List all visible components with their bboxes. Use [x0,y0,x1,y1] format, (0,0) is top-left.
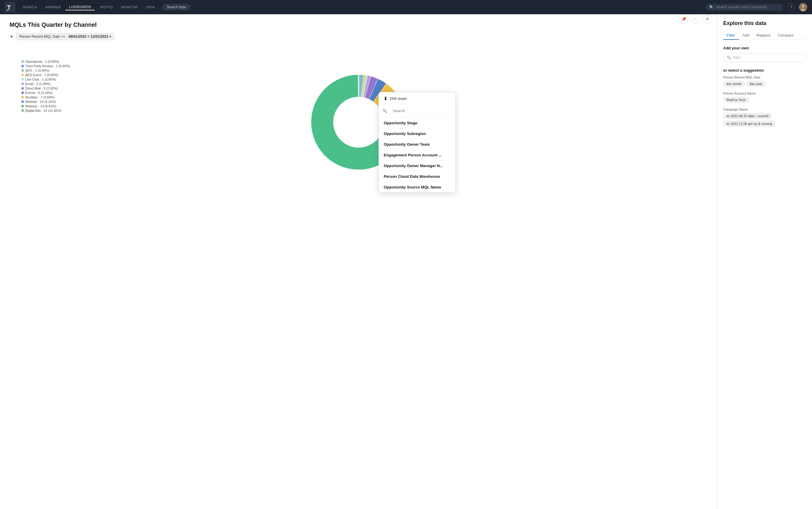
suggestion-chips: this monththis year [723,81,806,87]
panel-filter-wrap: 🔍 [723,53,806,62]
pin-button[interactable]: 📌 [679,14,689,24]
suggestion-chip[interactable]: ev 2021.11.06 get up & running [723,121,775,127]
panel-tab-replace[interactable]: Replace [753,31,774,40]
legend-item: SEO - 1 (0.60%) [22,69,70,72]
chart-title: MQLs This Quarter by Channel [9,22,97,28]
filter-value: 08/01/2022 < 11/01/2022 [69,34,108,39]
filter-pill[interactable]: Person Recent MQL Date >= 08/01/2022 < 1… [16,33,114,40]
filter-dropdown-icon: ▾ [109,34,111,39]
user-avatar[interactable] [799,3,807,11]
panel-filter-input[interactable] [723,53,806,62]
drill-down-header: ⬇ Drill down [379,92,455,104]
drill-item[interactable]: Engagement Person Account ... [379,150,455,161]
drill-item[interactable]: Opportunity Source MQL Name [379,182,455,192]
legend-item: Email - 2 (1.08%) [22,82,70,86]
nav-liveboards[interactable]: LIVEBOARDS [65,4,95,10]
drill-down-popup: ⬇ Drill down 🔍 Opportunity StageOpportun… [378,92,456,193]
panel-tab-add[interactable]: Add [739,31,753,40]
legend-item: Website - 10 (5.22%) [22,100,70,103]
filter-bar: ▼ Person Recent MQL Date >= 08/01/2022 <… [9,33,707,40]
suggestions-container: Person Recent MQL Datethis monththis yea… [723,75,806,127]
legend-item: AED Event - 1 (0.60%) [22,73,70,77]
legend-item: Direct Mail - 5 (2.62%) [22,87,70,90]
panel-tabs: FilterAddReplaceCompare [723,31,806,40]
drill-item[interactable]: Opportunity Owner Manager N... [379,161,455,171]
nav-search[interactable]: SEARCH [19,4,41,10]
legend-dot [22,101,24,103]
suggestion-section-title: or select a suggestion [723,68,806,72]
close-button[interactable]: ✕ [703,14,712,24]
search-data-button[interactable]: Search data [162,4,191,11]
navigation: T SEARCH ANSWER LIVEBOARDS SPOTIQ MONITO… [0,0,812,14]
chart-header: MQLs This Quarter by Channel 📌 ··· ✕ [9,22,707,31]
chart-container: Operational - 1 (0.60%)Third Party Revie… [9,45,707,200]
legend-dot [22,69,24,72]
drill-search-area: 🔍 [379,104,455,118]
legend-dot [22,96,24,98]
legend-dot [22,74,24,76]
legend: Operational - 1 (0.60%)Third Party Revie… [22,60,70,112]
legend-item: Webinar - 13 (6.81%) [22,104,70,108]
suggestion-label: Person Recent MQL Date [723,75,806,79]
chart-actions: 📌 ··· ✕ [679,14,712,24]
drill-item[interactable]: Opportunity Subregion [379,129,455,139]
panel-tab-filter[interactable]: Filter [723,31,739,40]
suggestion-section: Person Recent MQL Datethis monththis yea… [723,75,806,87]
legend-label: Operational - 1 (0.60%) [25,60,59,63]
global-search-bar[interactable]: 🔍 [706,4,783,11]
suggestion-chips: ev 2021.06.22 data + summitev 2021.11.06… [723,113,806,127]
more-button[interactable]: ··· [691,14,700,24]
legend-dot [22,87,24,90]
legend-label: AED Event - 1 (0.60%) [25,73,58,77]
legend-label: Events - 6 (3.18%) [25,91,52,95]
chart-title-area: MQLs This Quarter by Channel [9,22,97,31]
nav-data[interactable]: DATA [142,4,158,10]
nav-spotiq[interactable]: SPOTIQ [96,4,116,10]
drill-items-list: Opportunity StageOpportunity SubregionOp… [379,118,455,192]
svg-point-2 [7,9,8,11]
legend-label: Webinar - 13 (6.81%) [25,104,56,108]
legend-item: Ancillary - 7 (3.69%) [22,96,70,99]
legend-label: Live Chat - 1 (0.60%) [25,78,56,81]
logo[interactable]: T [5,2,15,12]
panel-tab-compare[interactable]: Compare [774,31,797,40]
drill-item[interactable]: Opportunity Owner Team [379,139,455,150]
legend-label: Ancillary - 7 (3.69%) [25,96,55,99]
nav-monitor[interactable]: MONITOR [118,4,141,10]
suggestion-chip[interactable]: RedFox Tech [723,97,749,103]
legend-item: Digital Ads - 23 (11.92%) [22,109,70,112]
legend-label: Website - 10 (5.22%) [25,100,56,103]
suggestion-label: Campaign Name [723,108,806,111]
legend-item: Events - 6 (3.18%) [22,91,70,95]
drill-down-icon: ⬇ [383,96,387,101]
panel-content: Add your own 🔍 or select a suggestion Pe… [723,46,806,503]
legend-dot [22,78,24,80]
right-panel: Explore this data FilterAddReplaceCompar… [717,14,812,509]
suggestion-chip[interactable]: this month [723,81,745,87]
drill-item[interactable]: Opportunity Stage [379,118,455,129]
help-button[interactable]: ? [787,3,796,11]
panel-section-title: Add your own [723,46,806,50]
nav-answer[interactable]: ANSWER [42,4,64,10]
search-icon: 🔍 [382,108,387,113]
legend-dot [22,65,24,67]
suggestion-section: Campaign Nameev 2021.06.22 data + summit… [723,108,806,127]
svg-point-4 [802,5,805,8]
suggestion-section: Person Account NameRedFox Tech [723,92,806,103]
suggestion-chips: RedFox Tech [723,97,806,103]
chart-area: MQLs This Quarter by Channel 📌 ··· ✕ ▼ P… [0,14,717,509]
suggestion-chip[interactable]: this year [747,81,766,87]
suggestion-label: Person Account Name [723,92,806,95]
filter-label: Person Recent MQL Date >= [19,34,65,39]
legend-label: Email - 2 (1.08%) [25,82,50,86]
drill-down-title: Drill down [390,96,407,101]
legend-item: Live Chat - 1 (0.60%) [22,78,70,81]
filter-search-icon: 🔍 [727,56,731,60]
global-search-input[interactable] [716,5,779,9]
filter-icon: ▼ [9,34,14,39]
drill-item[interactable]: Person Cloud Data Warehouse [379,171,455,182]
suggestion-chip[interactable]: ev 2021.06.22 data + summit [723,113,772,119]
legend-label: Direct Mail - 5 (2.62%) [25,87,58,90]
drill-search-input[interactable] [390,107,452,114]
search-icon: 🔍 [709,5,714,9]
